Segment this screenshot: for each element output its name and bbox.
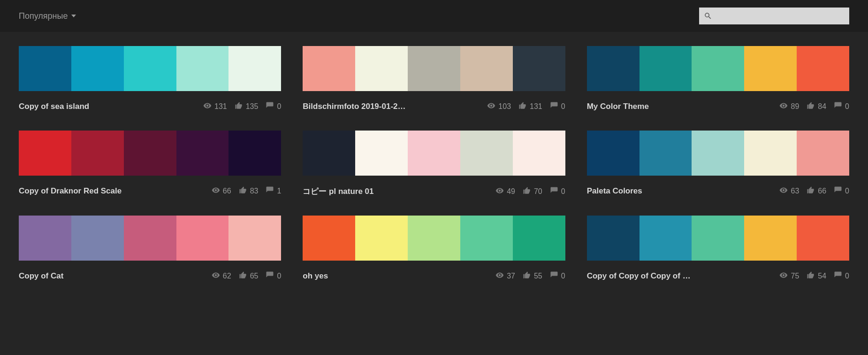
- color-swatch[interactable]: [71, 131, 124, 176]
- theme-title[interactable]: Paleta Colores: [587, 186, 774, 196]
- color-swatch[interactable]: [176, 46, 229, 91]
- color-swatch[interactable]: [587, 131, 640, 176]
- color-swatch[interactable]: [797, 216, 849, 261]
- likes-stat[interactable]: 135: [235, 101, 259, 112]
- likes-stat[interactable]: 66: [807, 186, 826, 196]
- color-swatch[interactable]: [587, 46, 640, 91]
- color-swatch[interactable]: [692, 131, 744, 176]
- color-swatch[interactable]: [640, 131, 692, 176]
- color-swatch[interactable]: [587, 216, 640, 261]
- color-swatch[interactable]: [303, 216, 355, 261]
- views-stat[interactable]: 62: [212, 271, 231, 281]
- views-stat[interactable]: 37: [495, 271, 515, 281]
- views-stat-value: 37: [507, 272, 515, 280]
- comments-stat[interactable]: 0: [266, 271, 281, 281]
- theme-card[interactable]: コピー pl nature 0149700: [303, 131, 565, 197]
- theme-card[interactable]: Bildschirmfoto 2019-01-2…1031310: [303, 46, 565, 112]
- color-swatch[interactable]: [303, 46, 355, 91]
- likes-stat[interactable]: 70: [523, 186, 542, 197]
- comments-stat[interactable]: 0: [834, 101, 849, 112]
- theme-title[interactable]: Copy of Draknor Red Scale: [19, 186, 206, 196]
- color-swatch[interactable]: [408, 131, 460, 176]
- color-swatch[interactable]: [640, 216, 692, 261]
- views-stat[interactable]: 49: [495, 186, 515, 197]
- color-swatch[interactable]: [303, 131, 355, 176]
- comments-stat[interactable]: 0: [550, 101, 565, 112]
- likes-stat[interactable]: 54: [807, 271, 826, 281]
- theme-title[interactable]: Copy of Copy of Copy of …: [587, 271, 774, 281]
- color-swatch[interactable]: [460, 131, 513, 176]
- color-swatch[interactable]: [176, 216, 229, 261]
- color-swatch[interactable]: [124, 131, 176, 176]
- theme-title[interactable]: oh yes: [303, 271, 490, 281]
- comments-stat[interactable]: 0: [266, 101, 281, 112]
- color-swatch[interactable]: [408, 216, 460, 261]
- theme-card[interactable]: Copy of Copy of Copy of …75540: [587, 216, 849, 281]
- color-swatch[interactable]: [692, 216, 744, 261]
- likes-stat[interactable]: 83: [239, 186, 259, 196]
- views-stat[interactable]: 103: [487, 101, 511, 112]
- views-stat[interactable]: 63: [779, 186, 799, 196]
- color-swatch[interactable]: [71, 46, 124, 91]
- color-swatch[interactable]: [692, 46, 744, 91]
- theme-card[interactable]: oh yes37550: [303, 216, 565, 281]
- likes-stat[interactable]: 55: [523, 271, 542, 281]
- views-stat-icon: [212, 186, 220, 196]
- color-swatch[interactable]: [513, 216, 565, 261]
- theme-title[interactable]: Bildschirmfoto 2019-01-2…: [303, 102, 481, 111]
- color-swatch[interactable]: [460, 46, 513, 91]
- color-swatch[interactable]: [228, 216, 281, 261]
- color-swatch[interactable]: [640, 46, 692, 91]
- likes-stat[interactable]: 131: [518, 101, 542, 112]
- color-swatch[interactable]: [797, 46, 849, 91]
- theme-title[interactable]: コピー pl nature 01: [303, 186, 490, 197]
- color-swatch[interactable]: [460, 216, 513, 261]
- color-swatch[interactable]: [124, 216, 176, 261]
- color-swatch[interactable]: [355, 216, 408, 261]
- color-swatch[interactable]: [408, 46, 460, 91]
- color-swatch[interactable]: [176, 131, 229, 176]
- comments-stat[interactable]: 1: [266, 186, 281, 196]
- color-swatch[interactable]: [513, 46, 565, 91]
- theme-card[interactable]: My Color Theme89840: [587, 46, 849, 112]
- color-swatch[interactable]: [124, 46, 176, 91]
- stats: 62650: [212, 271, 282, 281]
- theme-title[interactable]: Copy of sea island: [19, 102, 198, 111]
- color-swatch[interactable]: [228, 46, 281, 91]
- theme-card[interactable]: Paleta Colores63660: [587, 131, 849, 197]
- filter-dropdown[interactable]: Популярные: [19, 11, 76, 21]
- color-swatch[interactable]: [228, 131, 281, 176]
- likes-stat[interactable]: 84: [807, 101, 826, 112]
- color-swatch[interactable]: [744, 46, 797, 91]
- views-stat[interactable]: 75: [779, 271, 799, 281]
- color-swatch[interactable]: [19, 216, 71, 261]
- color-swatch[interactable]: [71, 216, 124, 261]
- color-swatch[interactable]: [355, 131, 408, 176]
- color-swatch[interactable]: [355, 46, 408, 91]
- color-swatch[interactable]: [513, 131, 565, 176]
- theme-card[interactable]: Copy of Cat62650: [19, 216, 281, 281]
- comments-stat[interactable]: 0: [834, 271, 849, 281]
- color-swatch[interactable]: [744, 216, 797, 261]
- comments-stat[interactable]: 0: [550, 271, 565, 281]
- search-input[interactable]: [699, 8, 849, 24]
- views-icon: [487, 101, 495, 110]
- comments-stat[interactable]: 0: [550, 186, 565, 197]
- color-swatch[interactable]: [19, 131, 71, 176]
- theme-title[interactable]: My Color Theme: [587, 102, 774, 111]
- comments-stat-value: 0: [561, 272, 565, 280]
- color-swatch[interactable]: [744, 131, 797, 176]
- comments-stat[interactable]: 0: [834, 186, 849, 196]
- color-swatch[interactable]: [797, 131, 849, 176]
- views-stat-icon: [779, 271, 788, 281]
- views-stat[interactable]: 131: [203, 101, 227, 112]
- theme-card[interactable]: Copy of Draknor Red Scale66831: [19, 131, 281, 197]
- theme-card[interactable]: Copy of sea island1311350: [19, 46, 281, 112]
- views-stat[interactable]: 66: [212, 186, 231, 196]
- likes-stat-icon: [239, 271, 247, 281]
- color-swatch[interactable]: [19, 46, 71, 91]
- likes-stat-value: 131: [530, 102, 542, 111]
- likes-stat[interactable]: 65: [239, 271, 259, 281]
- views-stat[interactable]: 89: [779, 101, 799, 112]
- theme-title[interactable]: Copy of Cat: [19, 271, 206, 281]
